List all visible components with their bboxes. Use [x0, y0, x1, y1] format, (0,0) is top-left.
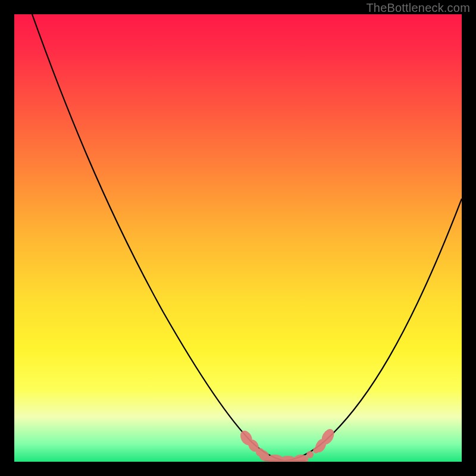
svg-point-10: [313, 447, 319, 453]
chart-frame: TheBottleneck.com: [0, 0, 476, 476]
right-curve: [285, 199, 462, 461]
watermark-text: TheBottleneck.com: [366, 1, 470, 15]
chart-plot-area: [14, 14, 462, 462]
svg-point-6: [294, 455, 308, 462]
chart-svg: [14, 14, 462, 462]
left-curve: [32, 14, 285, 461]
svg-point-7: [306, 451, 314, 458]
marker-cluster: [238, 427, 337, 462]
svg-point-5: [280, 456, 296, 462]
